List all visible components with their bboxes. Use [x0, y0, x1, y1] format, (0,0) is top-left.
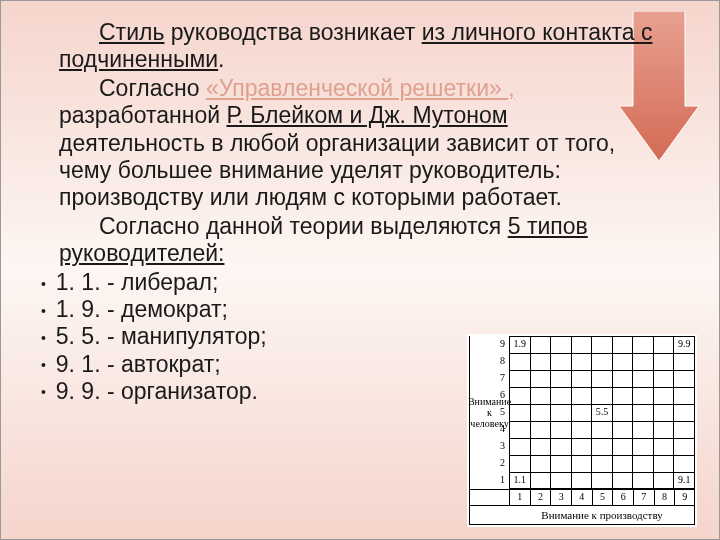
text: разработанной	[59, 102, 226, 128]
x-axis-ticks: 1 2 3 4 5 6 7 8 9	[469, 489, 695, 506]
text: Согласно	[99, 75, 206, 101]
x-tick: 4	[571, 489, 592, 506]
y-tick: 7	[500, 372, 505, 383]
x-tick: 2	[530, 489, 551, 506]
text: Р. Блейком и Дж. Мутоном	[226, 102, 507, 128]
link-text: «Управленческой решетки» ,	[206, 75, 515, 101]
y-tick: 8	[500, 355, 505, 366]
text: Стиль	[99, 19, 164, 45]
y-tick: 1	[500, 474, 505, 485]
x-tick: 1	[509, 489, 530, 506]
y-tick: 5	[500, 406, 505, 417]
point-label: 9.9	[678, 338, 691, 349]
x-tick: 7	[633, 489, 654, 506]
cell: 9.9	[673, 336, 694, 353]
point-label: 1.1	[514, 474, 527, 485]
x-tick: 8	[654, 489, 675, 506]
cell: 91.9	[509, 336, 530, 353]
text: деятельность в любой организации зависит…	[59, 130, 615, 210]
text: .	[218, 46, 224, 72]
paragraph-2: Согласно «Управленческой решетки» , разр…	[59, 75, 659, 211]
grid-body: Вниманиекчеловеку 91.9 9.9 8 7 6 5 5.5 4…	[469, 336, 695, 489]
text: руководства возникает	[164, 19, 421, 45]
x-tick: 5	[592, 489, 613, 506]
cell	[530, 336, 551, 353]
x-axis-label-row: Внимание к производству	[469, 506, 695, 525]
y-tick: 4	[500, 423, 505, 434]
paragraph-1: Стиль руководства возникает из личного к…	[59, 19, 659, 73]
point-label: 1.9	[514, 338, 527, 349]
y-tick: 3	[500, 440, 505, 451]
text: Согласно данной теории выделяются	[99, 213, 508, 239]
list-item: 1. 9. - демократ;	[41, 296, 659, 323]
x-axis-label: Внимание к производству	[510, 509, 694, 521]
x-tick: 9	[674, 489, 695, 506]
managerial-grid-chart: Вниманиекчеловеку 91.9 9.9 8 7 6 5 5.5 4…	[467, 334, 697, 527]
y-tick: 9	[500, 338, 505, 349]
list-item: 1. 1. - либерал;	[41, 269, 659, 296]
y-tick: 6	[500, 389, 505, 400]
paragraph-3: Согласно данной теории выделяются 5 типо…	[59, 213, 659, 267]
x-tick: 6	[612, 489, 633, 506]
point-label: 9.1	[678, 474, 691, 485]
point-label: 5.5	[596, 406, 609, 417]
y-tick: 2	[500, 457, 505, 468]
x-tick: 3	[550, 489, 571, 506]
